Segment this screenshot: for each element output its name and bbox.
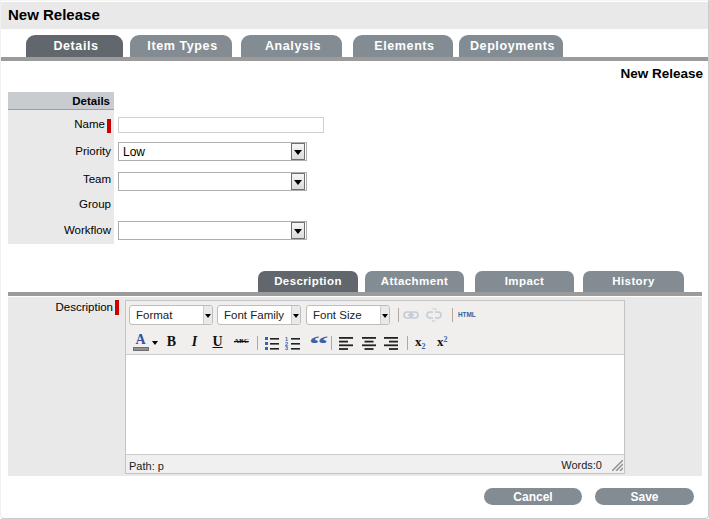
svg-text:3: 3	[285, 345, 288, 350]
